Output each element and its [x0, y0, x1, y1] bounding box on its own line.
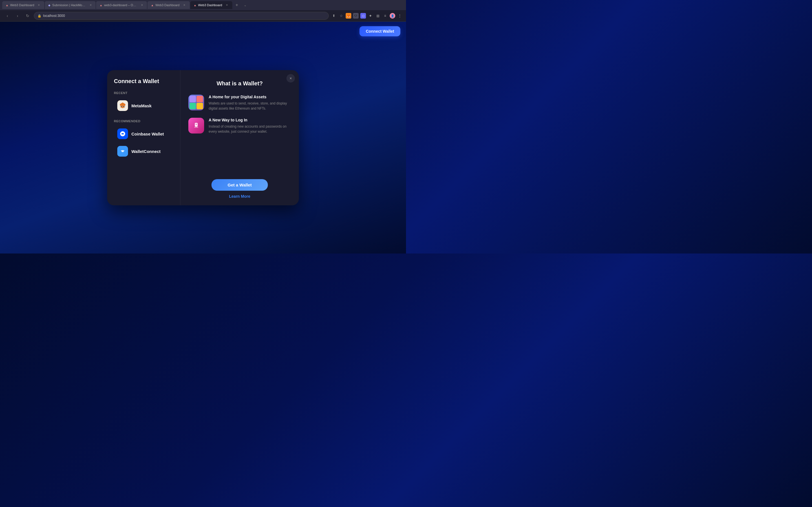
tab-2-label: Submission | HackMoney 2022: [52, 3, 86, 7]
feature-login-text: A New Way to Log In Instead of creating …: [209, 118, 291, 134]
svg-rect-11: [121, 133, 124, 134]
modal-footer: Get a Wallet Learn More: [188, 173, 291, 199]
feature-digital-title: A Home for your Digital Assets: [209, 95, 291, 99]
feature-digital-desc: Wallets are used to send, receive, store…: [209, 101, 291, 111]
new-tab-button[interactable]: +: [233, 1, 241, 9]
nav-icons: ⬆ ☆ 🦊 🛡 ⬡ ✦ ⊞ ≡ 👤 ⋮: [331, 13, 403, 18]
modal-title: Connect a Wallet: [114, 78, 173, 84]
tab-5-close[interactable]: ✕: [225, 3, 229, 7]
modal-container: Connect a Wallet Recent: [107, 70, 299, 205]
tab-2[interactable]: ◆ Submission | HackMoney 2022 ✕: [45, 1, 96, 9]
nav-bar: ‹ › ↻ 🔒 localhost:3000 ⬆ ☆ 🦊 🛡 ⬡ ✦ ⊞ ≡ 👤…: [0, 10, 406, 21]
feature-login-title: A New Way to Log In: [209, 118, 291, 122]
feature-login: A New Way to Log In Instead of creating …: [188, 118, 291, 134]
connect-wallet-modal: Connect a Wallet Recent: [107, 70, 299, 205]
tab-4-label: Web3 Dashboard: [155, 3, 179, 7]
metamask-icon: [117, 100, 128, 111]
extension-eth-icon[interactable]: ⬡: [360, 13, 366, 18]
extension-star-icon[interactable]: ✦: [368, 13, 373, 18]
tab-bar: ▲ Web3 Dashboard ✕ ◆ Submission | HackMo…: [0, 0, 406, 10]
tab-3[interactable]: ▲ web3-dashboard – Overview – ✕: [96, 1, 147, 9]
tab-3-close[interactable]: ✕: [140, 3, 144, 7]
digital-assets-icon: [188, 95, 204, 110]
right-title: What is a Wallet?: [188, 80, 291, 87]
recommended-section: Recommended Coinbase Wallet: [114, 119, 173, 161]
get-wallet-button[interactable]: Get a Wallet: [211, 179, 268, 191]
wallet-item-coinbase[interactable]: Coinbase Wallet: [114, 126, 173, 142]
svg-rect-14: [196, 124, 197, 125]
extension-fox-icon[interactable]: 🦊: [346, 13, 351, 18]
walletconnect-label: WalletConnect: [132, 149, 161, 154]
recommended-label: Recommended: [114, 119, 173, 123]
feature-digital-assets: A Home for your Digital Assets Wallets a…: [188, 95, 291, 111]
page-content: Connect Wallet Connect a Wallet Recent: [0, 22, 406, 253]
feature-login-desc: Instead of creating new accounts and pas…: [209, 124, 291, 134]
share-icon[interactable]: ⬆: [331, 13, 337, 18]
svg-rect-15: [194, 127, 198, 128]
wallet-item-metamask[interactable]: MetaMask: [114, 98, 173, 114]
modal-overlay: Connect a Wallet Recent: [0, 22, 406, 253]
bookmark-icon[interactable]: ☆: [338, 13, 344, 18]
browser-chrome: ▲ Web3 Dashboard ✕ ◆ Submission | HackMo…: [0, 0, 406, 22]
address-bar[interactable]: 🔒 localhost:3000: [34, 12, 329, 20]
tab-1[interactable]: ▲ Web3 Dashboard ✕: [2, 1, 44, 9]
walletconnect-icon: [117, 146, 128, 157]
learn-more-link[interactable]: Learn More: [229, 194, 250, 199]
svg-point-7: [123, 106, 124, 107]
extension-puzzle-icon[interactable]: ⊞: [375, 13, 380, 18]
tab-5[interactable]: ▲ Web3 Dashboard ✕: [190, 1, 232, 9]
recent-label: Recent: [114, 91, 173, 95]
coinbase-icon: [117, 128, 128, 139]
svg-point-6: [121, 106, 122, 107]
modal-left-panel: Connect a Wallet Recent: [107, 70, 181, 205]
reader-mode-icon[interactable]: ≡: [382, 13, 388, 18]
modal-right-panel: What is a Wallet? A Home for your Digita…: [181, 70, 299, 205]
tab-1-close[interactable]: ✕: [37, 3, 41, 7]
feature-digital-text: A Home for your Digital Assets Wallets a…: [209, 95, 291, 111]
metamask-label: MetaMask: [132, 103, 152, 108]
menu-icon[interactable]: ⋮: [397, 13, 403, 18]
tab-3-label: web3-dashboard – Overview –: [104, 3, 138, 7]
recent-section: Recent: [114, 91, 173, 115]
profile-icon[interactable]: 👤: [390, 13, 395, 18]
login-icon: [188, 118, 204, 133]
tab-2-close[interactable]: ✕: [89, 3, 92, 7]
forward-button[interactable]: ›: [13, 12, 21, 20]
address-text: localhost:3000: [43, 14, 65, 18]
wallet-item-walletconnect[interactable]: WalletConnect: [114, 143, 173, 159]
modal-close-button[interactable]: ×: [287, 74, 295, 82]
back-button[interactable]: ‹: [3, 12, 11, 20]
coinbase-label: Coinbase Wallet: [132, 131, 164, 136]
tab-4[interactable]: ▲ Web3 Dashboard ✕: [147, 1, 190, 9]
extension-shield-icon[interactable]: 🛡: [353, 13, 359, 18]
refresh-button[interactable]: ↻: [24, 12, 32, 20]
tab-5-label: Web3 Dashboard: [198, 3, 222, 7]
tab-list-button[interactable]: ⌄: [241, 1, 249, 9]
tab-1-label: Web3 Dashboard: [10, 3, 34, 7]
tab-4-close[interactable]: ✕: [183, 3, 186, 7]
